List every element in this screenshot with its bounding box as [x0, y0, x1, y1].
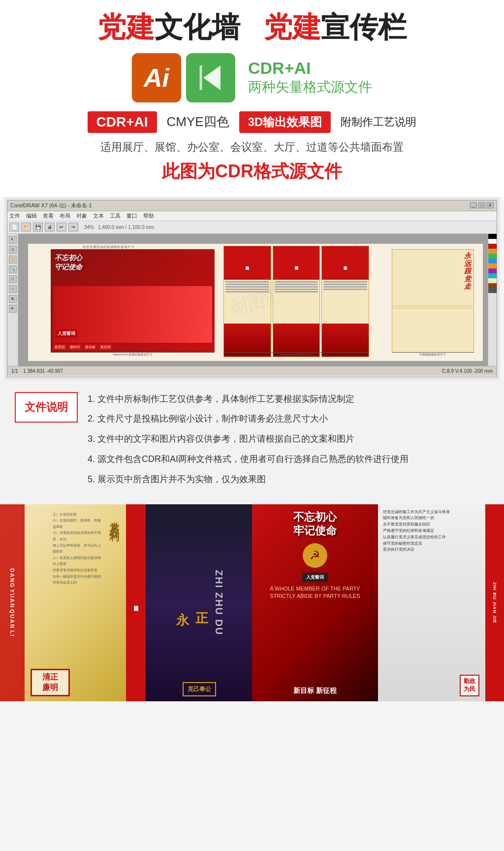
dim-top-left: 软管支撑宣传栏标准制作参考尺寸: [83, 245, 134, 250]
tool-select[interactable]: ↖: [9, 236, 17, 244]
cdr-tools-sidebar: ↖ ◇ ✋ 🔍 □ ○ A ✏: [7, 234, 18, 366]
subtitle-text: 适用展厅、展馆、办公室、会议室、大厅、过道等公共墙面布置: [20, 140, 484, 155]
photo2-main: 永 正 ZHI ZHU DU: [147, 504, 252, 701]
dim-bottom-right: 不锈钢电镀标准尺寸: [392, 352, 473, 357]
file-note-badge: 文件说明: [15, 392, 78, 423]
photo3-content: 不忘初心牢记使命 ☭ 入党誓词 A WHOLE MEMBER OF THE PA…: [252, 504, 378, 701]
swatch-gray[interactable]: [488, 288, 497, 293]
photo3-big-text: 不忘初心牢记使命: [293, 510, 337, 538]
rudan-text: 入党誓词: [56, 329, 77, 338]
swatch-cyan[interactable]: [488, 273, 497, 278]
tags-row: CDR+AI CMYE四色 3D输出效果图 附制作工艺说明: [20, 111, 484, 133]
slogan-4: 新征程: [99, 344, 112, 350]
menu-layout[interactable]: 布局: [60, 212, 70, 220]
screenshot-section: CorelDRAW X7 (64-位) - 未命名-1 _ □ ✕ 文件 编辑 …: [4, 197, 500, 380]
title-part1: 党建: [97, 11, 155, 43]
cdr-canvas-area[interactable]: 软管支撑宣传栏标准制作参考尺寸 凹造字楷 不忘初心守记使命 入党誓词 新思想: [18, 234, 488, 366]
tag-fuzhizuo: 附制作工艺说明: [341, 115, 416, 130]
menu-help[interactable]: 帮助: [143, 212, 154, 220]
photo4-bottom: 勤政 为民: [383, 675, 479, 696]
tool-pan[interactable]: ✋: [9, 256, 17, 263]
menu-view[interactable]: 查看: [43, 212, 54, 220]
cdr-titlebar: CorelDRAW X7 (64-位) - 未命名-1 _ □ ✕: [7, 200, 497, 211]
cdr-color-palette: [488, 234, 497, 366]
instruction-3: 3. 文件中的文字和图片内容仅供参考，图片请根据自己的文案和图片: [88, 432, 489, 446]
swatch-brown[interactable]: [488, 283, 497, 288]
instruction-1: 1. 文件中所标制作工艺仅供参考，具体制作工艺要根据实际情况制定: [88, 392, 489, 406]
bottom-slogans: 新思想 新时代 新目标 新征程: [53, 344, 212, 350]
menu-tools[interactable]: 工具: [110, 212, 121, 220]
top-section: 党建文化墙 党建宣传栏 Ai CDR+AI 两种矢量格式源文件 CDR+AI C…: [0, 0, 504, 197]
tool-rect[interactable]: □: [9, 275, 17, 283]
design-panel-left: 不忘初心守记使命 入党誓词 新思想 新时代 新目标 新征程: [51, 249, 215, 352]
ai-software-icon: Ai: [132, 53, 181, 102]
close-btn[interactable]: ✕: [487, 202, 494, 208]
tool-node[interactable]: ◇: [9, 246, 17, 254]
photo2-bottom: 克己奉公: [147, 682, 252, 696]
cdr-body: ↖ ◇ ✋ 🔍 □ ○ A ✏ 软管支撑宣传栏标准制作参考尺寸 凹造: [7, 234, 497, 366]
yong-zui-text: 永远跟党走: [464, 252, 471, 290]
menu-object[interactable]: 对象: [76, 212, 87, 220]
menu-window[interactable]: 窗口: [126, 212, 137, 220]
status-color: C:8.9 V:4.100 -200 mm: [442, 368, 493, 374]
instruction-2: 2. 文件尺寸是投稿比例缩小设计，制作时请务必注意尺寸大小: [88, 412, 489, 426]
cdr-status-bar: 1/1 1 384.831 -40.907 C:8.9 V:4.100 -200…: [7, 366, 497, 376]
panel-right-bottom-img: [392, 308, 473, 353]
swatch-black[interactable]: [488, 234, 497, 239]
toolbar-open[interactable]: 📂: [21, 223, 31, 231]
swatch-purple[interactable]: [488, 268, 497, 273]
photo4-text-content: 对党忠诚积极工作为共产主义奋斗终身 随时准备为党和人民牺牲一切 永不叛党坚持原则…: [383, 509, 479, 672]
photo1-text-content: 五）行使决定权 六）在党的组织，选举权，有被选举权 七）对党的决议如决策如有不同…: [53, 512, 101, 586]
maximize-btn[interactable]: □: [478, 202, 485, 208]
photo-zhizhidu: 治国理政 永 正 ZHI ZHU DU 克己奉公: [126, 504, 252, 701]
format-line1: CDR+AI: [248, 59, 372, 78]
swatch-gold[interactable]: [488, 249, 497, 254]
swatch-white[interactable]: [488, 239, 497, 244]
dangyuan-text: DANG: [9, 568, 15, 588]
cdr-window-wrapper: CorelDRAW X7 (64-位) - 未命名-1 _ □ ✕ 文件 编辑 …: [7, 200, 497, 377]
panel-mid-2: 宣传内容: [273, 246, 320, 357]
menu-text[interactable]: 文本: [93, 212, 104, 220]
cdr-software-icon: [186, 53, 235, 102]
toolbar-save[interactable]: 💾: [33, 223, 43, 231]
slogan-1: 新思想: [53, 344, 66, 350]
swatch-red[interactable]: [488, 244, 497, 249]
dangyuan-text3: QUAN: [9, 609, 15, 629]
zoom-level: 34%: [84, 225, 94, 230]
buxin-text: 不忘初心守记使命: [55, 253, 82, 271]
swatch-orange[interactable]: [488, 263, 497, 268]
menu-edit[interactable]: 编辑: [26, 212, 37, 220]
tag-cmye: CMYE四色: [167, 113, 229, 131]
title-part4: 宣传栏: [321, 11, 407, 43]
tool-text[interactable]: A: [9, 295, 17, 303]
cdr-canvas: 软管支撑宣传栏标准制作参考尺寸 凹造字楷 不忘初心守记使命 入党誓词 新思想: [28, 244, 483, 361]
status-pages: 1/1: [11, 368, 18, 374]
zheng-text: 正: [194, 602, 211, 603]
toolbar-new[interactable]: 📄: [9, 223, 19, 231]
toolbar-print[interactable]: 🖨: [45, 223, 55, 231]
qinzheng-badge: 勤政 为民: [460, 675, 479, 696]
swatch-blue[interactable]: [488, 259, 497, 263]
minimize-btn[interactable]: _: [470, 202, 477, 208]
photo1-main: 党员权利 五）行使决定权 六）在党的组织，选举权，有被选举权 七）对党的决议如决…: [26, 504, 126, 701]
rudan-badge: 入党誓词: [302, 573, 328, 582]
swatch-cream[interactable]: [488, 278, 497, 283]
tool-zoom[interactable]: 🔍: [9, 265, 17, 273]
dangyuan-text4: LI: [9, 630, 15, 637]
menu-file[interactable]: 文件: [9, 212, 20, 220]
cdr-menubar: 文件 编辑 查看 布局 对象 文本 工具 窗口 帮助: [7, 211, 497, 221]
tool-ellipse[interactable]: ○: [9, 285, 17, 293]
photo-dangquan: DANG YUAN QUAN LI 党员权利 五）行使决定权 六）在党的组织，选…: [0, 504, 126, 701]
instruction-5: 5. 展示页中所含图片并不为实物，仅为效果图: [88, 472, 489, 487]
panel-mid-3: 文化内容: [321, 246, 369, 357]
swatch-green[interactable]: [488, 254, 497, 259]
tool-pen[interactable]: ✏: [9, 305, 17, 313]
qingzheng-badge: 清正 廉明: [31, 669, 70, 696]
cdr-window: CorelDRAW X7 (64-位) - 未命名-1 _ □ ✕ 文件 编辑 …: [7, 200, 497, 377]
toolbar-redo[interactable]: ↪: [68, 223, 78, 231]
instruction-4: 4. 源文件包含CDR和AI两种文件格式，使用者可自行选择自己熟悉的软件进行使用: [88, 452, 489, 466]
toolbar-undo[interactable]: ↩: [57, 223, 66, 231]
cdr-window-buttons: _ □ ✕: [470, 202, 494, 208]
slogan-2: 新时代: [68, 344, 82, 350]
zhi-zhu-du-text: ZHI ZHU DU: [213, 570, 224, 635]
